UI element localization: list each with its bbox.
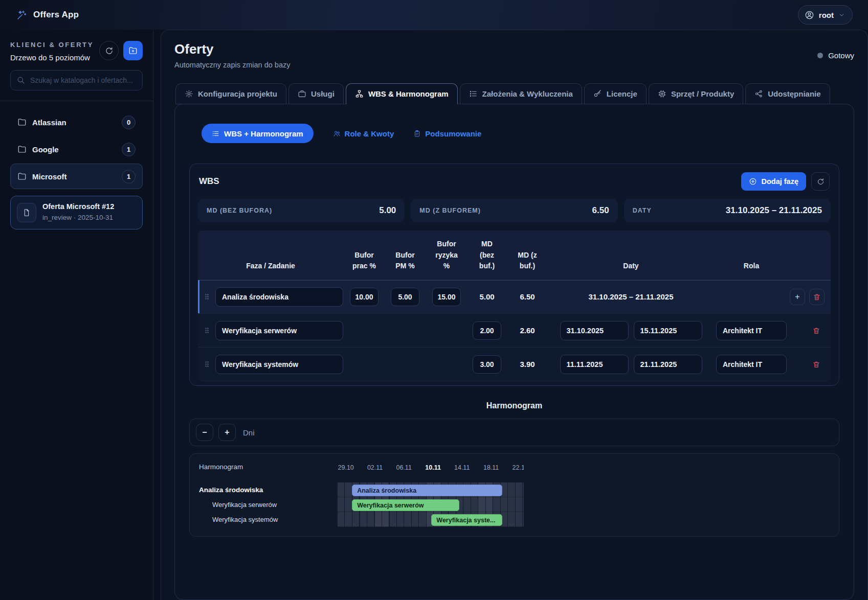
drag-handle[interactable] [198, 360, 215, 368]
phase-name-input[interactable] [215, 287, 343, 307]
sidebar-folder-microsoft[interactable]: Microsoft 1 [10, 164, 143, 189]
md-bez-input[interactable] [473, 321, 501, 340]
phase-dates-value: 31.10.2025 – 21.11.2025 [549, 292, 713, 301]
sidebar-section-title: KLIENCI & OFERTY [10, 41, 94, 49]
drag-icon [203, 327, 211, 334]
gantt-tick: 14.11 [454, 464, 470, 471]
subtab-wbs-harmonogram[interactable]: WBS + Harmonogram [202, 124, 314, 143]
gantt-tick: 18.11 [483, 464, 499, 471]
task-name-input[interactable] [215, 355, 343, 374]
column-header: Rola [713, 261, 790, 272]
subtab-role-kwoty[interactable]: Role & Kwoty [333, 129, 394, 138]
tab-konfiguracja-projektu[interactable]: Konfiguracja projektu [175, 83, 286, 104]
chevron-down-icon [838, 12, 845, 18]
list-bullets-icon [212, 130, 219, 137]
md-bez-input[interactable] [473, 355, 501, 374]
document-icon-box [17, 203, 36, 222]
subtab-label: WBS + Harmonogram [224, 129, 303, 138]
folder-count-badge: 0 [122, 116, 136, 129]
tab-uslugi[interactable]: Usługi [288, 83, 344, 104]
user-menu[interactable]: root [798, 5, 853, 25]
column-header: Bufor ryzyka % [425, 239, 468, 272]
subtab-label: Role & Kwoty [345, 129, 394, 138]
plus-circle-icon [749, 177, 757, 186]
rola-input[interactable] [716, 321, 787, 340]
cpu-icon [658, 89, 666, 98]
gantt-bar-weryfikacja-systemow[interactable]: Weryfikacja syste... [431, 514, 502, 526]
drag-icon [203, 360, 211, 368]
task-name-input[interactable] [215, 321, 343, 340]
offer-title: Oferta Microsoft #12 [42, 202, 114, 211]
tab-label: Konfiguracja projektu [198, 89, 277, 98]
stat-md-z-buforem: MD (Z BUFOREM) 6.50 [411, 199, 617, 222]
task-row-weryfikacja-serwerow: 2.60 [198, 313, 831, 347]
key-icon [593, 89, 602, 98]
tab-wbs-harmonogram[interactable]: WBS & Harmonogram [346, 83, 458, 104]
tab-label: Licencje [607, 89, 637, 98]
rola-input[interactable] [716, 355, 787, 374]
folder-count-badge: 1 [122, 170, 136, 183]
date-to-input[interactable] [634, 355, 702, 374]
bufor-pm-input[interactable] [391, 288, 419, 306]
add-task-button[interactable]: + [790, 289, 805, 305]
search-input[interactable] [10, 70, 143, 90]
tab-label: Sprzęt / Produkty [671, 89, 734, 98]
gantt-bar-weryfikacja-serwerow[interactable]: Weryfikacja serwerów [352, 499, 459, 511]
delete-task-button[interactable] [808, 356, 825, 373]
gear-icon [185, 89, 193, 98]
document-icon [23, 209, 31, 217]
stat-value: 6.50 [592, 205, 609, 216]
gantt-corner-label: Harmonogram [199, 463, 337, 474]
user-circle-icon [805, 10, 814, 20]
folder-plus-icon [128, 46, 138, 55]
tab-udostepnianie[interactable]: Udostępnianie [745, 83, 830, 104]
wbs-title: WBS [199, 176, 219, 187]
zoom-in-button[interactable]: + [218, 424, 236, 441]
delete-phase-button[interactable] [809, 289, 825, 305]
topbar: Offers App root [0, 0, 868, 30]
folder-label: Google [32, 145, 59, 154]
subtab-podsumowanie[interactable]: Podsumowanie [413, 129, 481, 138]
tab-label: Założenia & Wykluczenia [482, 89, 573, 98]
clipboard-icon [413, 130, 421, 137]
harmonogram-title: Harmonogram [189, 401, 839, 410]
refresh-tree-button[interactable] [99, 41, 119, 60]
delete-task-button[interactable] [808, 322, 825, 339]
gantt-row-labels: Analiza środowiskaWeryfikacja serwerówWe… [199, 482, 337, 527]
md-z-value: 2.60 [506, 326, 549, 335]
gantt-tick: 10.11 [425, 464, 441, 471]
stat-value: 31.10.2025 – 21.11.2025 [726, 205, 822, 216]
share-icon [754, 89, 763, 98]
add-folder-button[interactable] [123, 41, 143, 60]
sidebar-offer-card[interactable]: Oferta Microsoft #12 in_review · 2025-10… [10, 196, 143, 229]
drag-handle[interactable] [198, 327, 215, 334]
wbs-refresh-button[interactable] [811, 172, 830, 191]
task-row-weryfikacja-systemow: 3.90 [198, 347, 831, 381]
wbs-table-body: 5.00 6.50 31.10.2025 – 21.11.2025 + 2.60 [198, 280, 831, 381]
sparkle-icon [16, 10, 27, 20]
add-phase-button[interactable]: Dodaj fazę [741, 172, 806, 191]
bufor-ryzyka-input[interactable] [432, 288, 461, 306]
sidebar-divider [0, 101, 153, 101]
sidebar-folder-google[interactable]: Google 1 [10, 136, 143, 162]
offer-meta: in_review · 2025-10-31 [42, 213, 114, 223]
zoom-out-button[interactable]: − [196, 424, 213, 441]
sidebar-folder-atlassian[interactable]: Atlassian 0 [10, 109, 143, 135]
wbs-stats: MD (BEZ BUFORA) 5.00MD (Z BUFOREM) 6.50D… [198, 199, 831, 222]
gantt-card: Harmonogram Analiza środowiskaWeryfikacj… [189, 453, 839, 537]
date-from-input[interactable] [560, 321, 629, 340]
folder-count-badge: 1 [122, 143, 136, 156]
tab-zalozenia-wykluczenia[interactable]: Założenia & Wykluczenia [460, 83, 582, 104]
wbs-card: WBS Dodaj fazę MD (BEZ BUFORA) 5.00MD ( [189, 164, 839, 386]
status-indicator: Gotowy [817, 51, 854, 60]
sidebar-tree-label: Drzewo do 5 poziomów [10, 53, 94, 62]
tab-sprzet-produkty[interactable]: Sprzęt / Produkty [649, 83, 743, 104]
main-card: Oferty Automatyczny zapis zmian do bazy … [161, 30, 868, 600]
date-to-input[interactable] [634, 321, 702, 340]
bufor-prac-input[interactable] [350, 288, 379, 306]
gantt-bar-analiza-srodowiska[interactable]: Analiza środowiska [352, 484, 502, 496]
date-from-input[interactable] [560, 355, 629, 374]
tab-licencje[interactable]: Licencje [584, 83, 647, 104]
folder-label: Microsoft [32, 172, 67, 181]
drag-handle[interactable] [198, 293, 215, 301]
